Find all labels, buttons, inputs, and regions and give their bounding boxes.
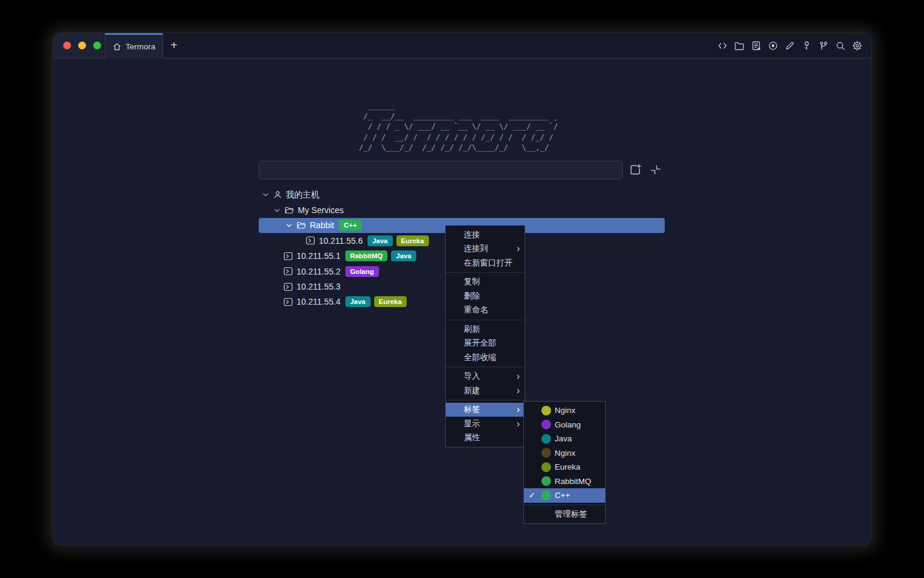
folder-open-icon	[297, 221, 306, 229]
manage-tags-item[interactable]: 管理标签	[524, 508, 605, 522]
code-icon[interactable]	[717, 40, 728, 51]
tree-label: 10.211.55.3	[297, 282, 340, 291]
toolbar	[717, 33, 863, 58]
log-icon[interactable]	[751, 40, 762, 51]
folder-open-icon	[285, 206, 294, 214]
submenu-arrow-icon: ›	[517, 405, 520, 414]
app-window: Termora +	[53, 33, 871, 545]
tag-item-nginx[interactable]: Nginx	[524, 403, 605, 418]
submenu-arrow-icon: ›	[517, 418, 520, 428]
edit-icon[interactable]	[784, 40, 795, 51]
tree-label: 10.211.55.1	[297, 251, 340, 261]
tag-item-cpp-checked[interactable]: ✓ C++	[524, 488, 605, 503]
menu-item-refresh[interactable]: 刷新	[446, 322, 525, 337]
zoom-button[interactable]	[93, 42, 101, 49]
tag-badge: Golang	[345, 266, 379, 277]
tag-badge: C++	[339, 220, 362, 231]
tag-submenu: Nginx Golang Java Nginx Eureka RabbitMQ	[523, 401, 606, 524]
ascii-logo: ______ /_ __/__ _________ ___ ____ _____…	[359, 101, 558, 153]
submenu-arrow-icon: ›	[517, 385, 520, 395]
menu-separator	[446, 272, 525, 273]
chevron-down-icon[interactable]	[273, 206, 281, 214]
menu-item-show[interactable]: 显示›	[446, 417, 525, 431]
menu-separator	[524, 505, 605, 505]
chevron-down-icon[interactable]	[261, 191, 270, 199]
new-tab-button[interactable]: +	[164, 33, 184, 58]
tag-color-dot	[541, 476, 551, 486]
menu-separator	[446, 320, 525, 320]
menu-separator	[446, 400, 525, 400]
menu-item-copy[interactable]: 复制	[446, 275, 525, 290]
chevron-down-icon[interactable]	[285, 221, 293, 229]
keychain-icon[interactable]	[818, 40, 829, 51]
menu-item-connect-to[interactable]: 连接到›	[446, 242, 525, 256]
tag-color-dot	[541, 406, 551, 415]
terminal-icon	[283, 252, 293, 261]
tag-item-java[interactable]: Java	[524, 432, 605, 446]
tree-row-my-hosts[interactable]: 我的主机	[259, 187, 665, 202]
menu-item-collapse-all[interactable]: 全部收缩	[446, 350, 525, 365]
tree-label: Rabbit	[310, 220, 334, 230]
traffic-light-zone	[53, 33, 103, 58]
tree-label: 10.211.55.2	[297, 267, 340, 276]
tag-color-dot	[541, 491, 551, 500]
tree-label: My Services	[298, 205, 343, 215]
tab-termora[interactable]: Termora	[105, 33, 163, 58]
tag-badge: Java	[345, 296, 371, 307]
menu-item-expand-all[interactable]: 展开全部	[446, 337, 525, 351]
tree-row-my-services[interactable]: My Services	[259, 202, 665, 217]
terminal-icon	[306, 236, 315, 245]
tag-color-dot	[541, 420, 551, 429]
tree-label: 10.211.55.4	[297, 297, 340, 306]
submenu-arrow-icon: ›	[517, 371, 520, 381]
key-icon[interactable]	[801, 40, 812, 51]
tab-label: Termora	[126, 42, 156, 51]
minimize-button[interactable]	[78, 42, 86, 49]
tag-badge: Eureka	[396, 235, 429, 246]
tag-item-rabbitmq[interactable]: RabbitMQ	[524, 474, 605, 489]
tag-badge: Java	[368, 235, 393, 246]
tag-badge: Java	[391, 250, 416, 261]
menu-item-open-in-new-window[interactable]: 在新窗口打开	[446, 256, 525, 270]
tag-item-golang[interactable]: Golang	[524, 418, 605, 432]
titlebar: Termora +	[53, 33, 871, 58]
menu-item-rename[interactable]: 重命名	[446, 303, 525, 318]
search-icon[interactable]	[835, 40, 846, 51]
submenu-arrow-icon: ›	[517, 244, 520, 253]
tag-color-dot	[541, 462, 551, 472]
tag-badge: RabbitMQ	[345, 250, 387, 261]
menu-item-import[interactable]: 导入›	[446, 370, 525, 384]
close-button[interactable]	[63, 42, 71, 49]
collapse-all-button[interactable]	[648, 162, 664, 178]
tree-label: 10.211.55.6	[319, 236, 363, 246]
menu-item-new[interactable]: 新建›	[446, 384, 525, 398]
terminal-icon	[283, 297, 293, 306]
tree-label: 我的主机	[286, 190, 319, 200]
menu-separator	[446, 367, 525, 367]
add-host-button[interactable]	[627, 162, 643, 178]
menu-item-tags[interactable]: 标签›	[446, 403, 525, 417]
tag-color-dot	[541, 448, 551, 458]
user-icon	[273, 190, 282, 199]
context-menu: 连接 连接到› 在新窗口打开 复制 删除 重命名 刷新 展开全部 全部收缩 导入…	[445, 225, 525, 447]
tag-item-eureka[interactable]: Eureka	[524, 460, 605, 474]
menu-item-connect[interactable]: 连接	[446, 228, 525, 242]
tag-item-nginx-2[interactable]: Nginx	[524, 446, 605, 461]
tag-badge: Eureka	[374, 296, 407, 307]
terminal-icon	[283, 282, 293, 291]
tag-color-dot	[541, 434, 551, 444]
menu-item-delete[interactable]: 删除	[446, 289, 525, 303]
search-input[interactable]	[259, 161, 623, 179]
settings-icon[interactable]	[852, 40, 863, 51]
record-icon[interactable]	[768, 40, 778, 51]
menu-item-properties[interactable]: 属性	[446, 431, 525, 446]
home-icon	[112, 42, 122, 51]
check-icon: ✓	[529, 491, 538, 500]
folder-icon[interactable]	[734, 40, 745, 51]
terminal-icon	[283, 267, 293, 276]
